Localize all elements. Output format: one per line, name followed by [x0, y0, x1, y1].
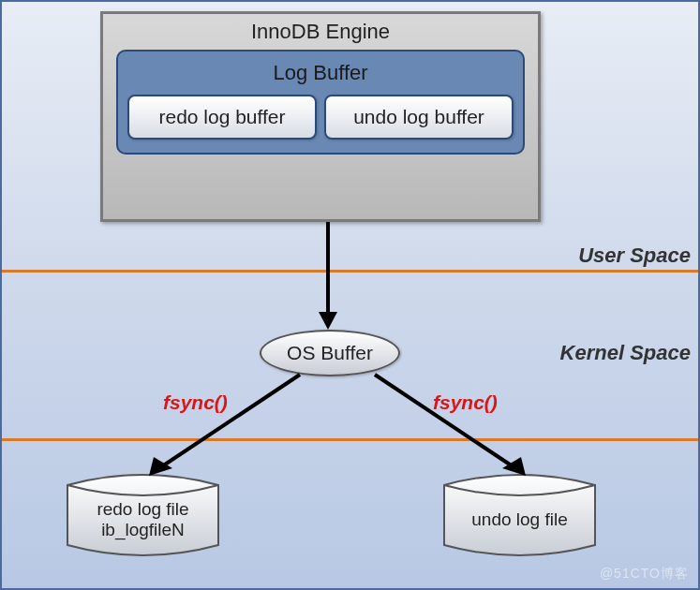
log-buffer-box: Log Buffer redo log buffer undo log buff… [116, 50, 525, 155]
divider-user-kernel [2, 270, 698, 273]
svg-line-2 [159, 375, 300, 468]
redo-log-file-label-line1: redo log file [97, 499, 188, 520]
innodb-engine-title: InnoDB Engine [103, 14, 538, 50]
arrow-osbuffer-to-redo [133, 367, 320, 489]
fsync-left-label: fsync() [163, 391, 228, 414]
undo-log-buffer-box: undo log buffer [324, 95, 514, 140]
redo-log-file-label-line2: ib_logfileN [101, 520, 185, 540]
undo-log-file-cylinder: undo log file [442, 472, 597, 558]
user-space-label: User Space [578, 243, 691, 268]
arrow-osbuffer-to-undo [349, 367, 545, 489]
kernel-space-label: Kernel Space [560, 341, 691, 365]
fsync-right-label: fsync() [433, 391, 498, 414]
watermark-label: @51CTO博客 [600, 566, 689, 583]
log-buffer-title: Log Buffer [127, 57, 514, 95]
divider-kernel-disk [2, 438, 698, 441]
arrow-engine-to-osbuffer [309, 222, 347, 334]
svg-marker-1 [319, 312, 337, 330]
buffer-row: redo log buffer undo log buffer [127, 95, 514, 140]
svg-line-4 [375, 375, 515, 468]
innodb-engine-box: InnoDB Engine Log Buffer redo log buffer… [100, 11, 541, 222]
redo-log-buffer-box: redo log buffer [127, 95, 317, 140]
os-buffer-ellipse: OS Buffer [260, 330, 400, 376]
redo-log-file-cylinder: redo log file ib_logfileN [66, 472, 220, 558]
undo-log-file-label: undo log file [471, 509, 567, 530]
os-buffer-label: OS Buffer [287, 342, 373, 364]
